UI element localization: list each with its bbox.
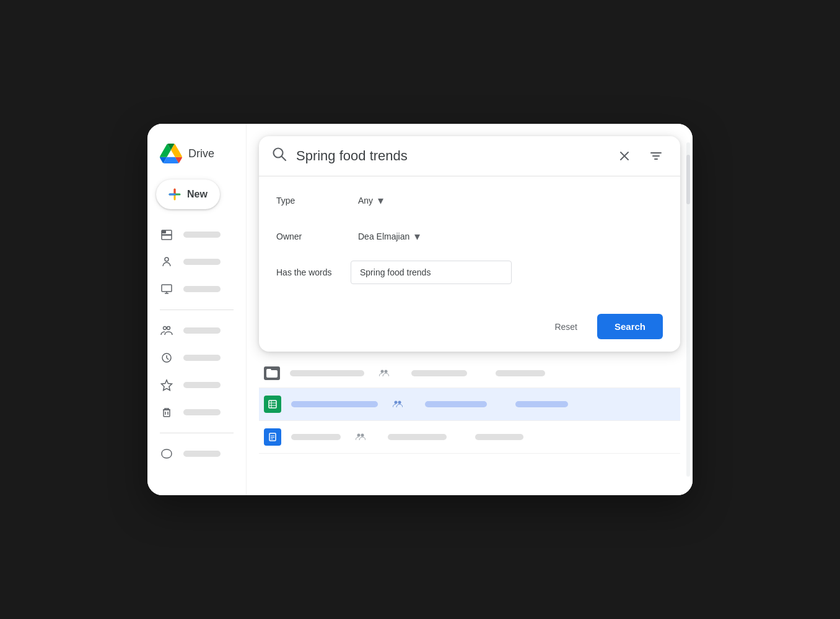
- main-content: Spring food trends: [247, 124, 693, 495]
- app-title: Drive: [188, 147, 214, 160]
- starred-label: [183, 382, 221, 388]
- starred-icon: [160, 378, 173, 392]
- trash-icon: [160, 405, 173, 419]
- table-row[interactable]: [259, 359, 680, 388]
- sidebar-divider-2: [160, 433, 234, 433]
- file-icon-folder: [264, 366, 280, 380]
- file-date-placeholder: [475, 434, 523, 440]
- reset-button[interactable]: Reset: [545, 316, 587, 338]
- table-row[interactable]: [259, 388, 680, 421]
- svg-marker-14: [162, 380, 172, 391]
- search-filter-options-button[interactable]: [644, 147, 668, 165]
- sidebar-divider-1: [160, 310, 234, 310]
- file-icon-doc: [264, 428, 281, 446]
- search-close-button[interactable]: [613, 147, 636, 165]
- file-icon-sheet: [264, 396, 281, 413]
- svg-rect-8: [162, 285, 172, 292]
- computers-icon: [160, 282, 173, 296]
- shared-with-me-icon: [160, 324, 173, 337]
- new-plus-icon: [168, 188, 181, 201]
- type-filter-row: Type Any ▾: [276, 189, 663, 212]
- file-name-placeholder: [290, 370, 364, 376]
- scrollbar-track: [686, 142, 690, 477]
- file-owner-placeholder: [388, 434, 447, 440]
- svg-rect-15: [164, 410, 170, 417]
- svg-line-33: [282, 157, 286, 161]
- sidebar-item-shared-with-me[interactable]: [147, 318, 236, 344]
- storage-icon: [160, 447, 173, 461]
- sharing-icon: [356, 432, 365, 442]
- owner-filter-select[interactable]: Dea Elmajian ▾: [351, 225, 427, 248]
- type-dropdown-arrow: ▾: [378, 194, 383, 207]
- app-logo: Drive: [147, 136, 246, 180]
- svg-point-11: [164, 327, 167, 330]
- sidebar-item-shared-drives[interactable]: [147, 249, 236, 275]
- drive-logo-icon: [160, 142, 182, 165]
- file-owner-placeholder: [411, 370, 467, 376]
- sidebar-item-computers[interactable]: [147, 276, 236, 302]
- type-filter-value: Any: [358, 196, 373, 206]
- file-owner-placeholder: [425, 401, 487, 407]
- shared-with-me-label: [183, 327, 221, 334]
- table-row[interactable]: [259, 421, 680, 454]
- sharing-icon: [379, 368, 389, 378]
- file-date-placeholder: [515, 401, 568, 407]
- svg-point-7: [165, 258, 168, 261]
- scrollbar-thumb[interactable]: [686, 155, 690, 204]
- sidebar-item-storage[interactable]: [147, 441, 236, 467]
- svg-point-30: [357, 434, 361, 437]
- search-header: Spring food trends: [259, 136, 680, 176]
- new-button[interactable]: New: [156, 180, 220, 209]
- type-filter-select[interactable]: Any ▾: [351, 189, 391, 212]
- svg-point-18: [381, 370, 384, 373]
- my-drive-label: [183, 232, 221, 238]
- shared-drives-label: [183, 259, 221, 265]
- computers-label: [183, 286, 221, 292]
- storage-label: [183, 451, 221, 457]
- owner-dropdown-arrow: ▾: [414, 230, 420, 243]
- trash-label: [183, 409, 221, 415]
- search-button[interactable]: Search: [597, 314, 663, 339]
- new-button-label: New: [187, 189, 208, 200]
- file-name-placeholder: [291, 401, 378, 407]
- sharing-icon: [393, 399, 403, 409]
- owner-filter-value: Dea Elmajian: [358, 232, 409, 241]
- sidebar-item-my-drive[interactable]: [147, 222, 236, 248]
- file-date-placeholder: [496, 370, 545, 376]
- svg-point-31: [361, 434, 364, 437]
- my-drive-icon: [160, 228, 173, 241]
- svg-rect-20: [269, 400, 276, 408]
- svg-point-25: [398, 401, 401, 404]
- sidebar-item-trash[interactable]: [147, 399, 236, 425]
- recent-label: [183, 355, 221, 361]
- search-query-text: Spring food trends: [296, 148, 605, 164]
- svg-point-12: [167, 327, 170, 330]
- app-window: Drive New: [147, 124, 693, 495]
- sidebar: Drive New: [147, 124, 247, 495]
- type-filter-label: Type: [276, 196, 338, 206]
- owner-filter-row: Owner Dea Elmajian ▾: [276, 225, 663, 248]
- svg-point-24: [395, 401, 398, 404]
- shared-drives-icon: [160, 255, 173, 269]
- words-filter-label: Has the words: [276, 267, 338, 277]
- search-panel: Spring food trends: [259, 136, 680, 352]
- words-filter-input[interactable]: [351, 261, 512, 284]
- search-icon: [271, 146, 287, 166]
- search-actions: Reset Search: [259, 314, 680, 339]
- sidebar-item-recent[interactable]: [147, 345, 236, 371]
- sidebar-nav: [147, 222, 246, 467]
- recent-icon: [160, 351, 173, 365]
- sidebar-item-starred[interactable]: [147, 372, 236, 398]
- words-filter-row: Has the words: [276, 261, 663, 284]
- search-filter-form: Type Any ▾ Owner Dea Elmajian ▾: [259, 176, 680, 309]
- svg-point-19: [385, 370, 388, 373]
- owner-filter-label: Owner: [276, 232, 338, 241]
- file-name-placeholder: [291, 434, 341, 440]
